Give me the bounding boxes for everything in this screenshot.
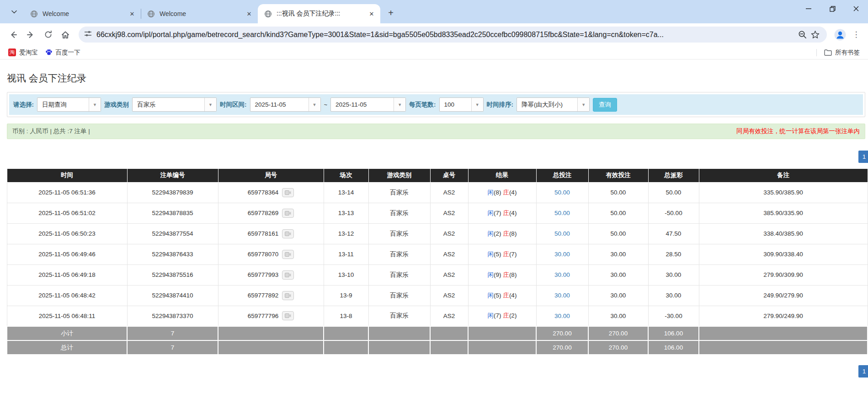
result-player: 闲 xyxy=(488,210,494,216)
cell-valid-bet: 30.00 xyxy=(588,285,648,306)
cell-payout: -30.00 xyxy=(648,306,699,326)
tab-title: Welcome xyxy=(43,10,123,17)
address-bar[interactable]: 66cxkj98.com/ipl/portal.php/game/betreco… xyxy=(79,27,827,43)
cell-round-id: 659777993 xyxy=(218,264,324,285)
cell-result: 闲(9) 庄(8) xyxy=(468,264,536,285)
total-total-bet: 270.00 xyxy=(536,340,588,355)
cell-total-bet: 50.00 xyxy=(536,203,588,223)
result-banker: 庄 xyxy=(503,312,509,319)
query-button[interactable]: 查询 xyxy=(593,98,617,112)
cell-round-id: 659778364 xyxy=(218,182,324,203)
cell-session: 13-10 xyxy=(324,264,368,285)
home-icon[interactable] xyxy=(58,27,73,43)
video-replay-icon[interactable] xyxy=(282,209,294,218)
page-number-button[interactable]: 1 xyxy=(858,151,868,163)
cell-result: 闲(5) 庄(4) xyxy=(468,285,536,306)
tab-close-icon[interactable]: ✕ xyxy=(128,10,136,18)
bookmark-baidu[interactable]: 百度一下 xyxy=(42,47,84,58)
back-icon[interactable] xyxy=(5,27,21,43)
cell-time: 2025-11-05 06:50:23 xyxy=(7,223,127,244)
tab-title: Welcome xyxy=(160,10,240,17)
zoom-out-icon[interactable] xyxy=(796,28,809,41)
total-bet-link[interactable]: 30.00 xyxy=(554,292,570,299)
total-payout: 106.00 xyxy=(648,340,699,355)
result-banker: 庄 xyxy=(503,292,509,299)
tab-close-icon[interactable]: ✕ xyxy=(245,10,253,18)
cell-payout: 30.00 xyxy=(648,264,699,285)
cell-valid-bet: 30.00 xyxy=(588,244,648,264)
total-bet-link[interactable]: 30.00 xyxy=(554,251,570,258)
video-replay-icon[interactable] xyxy=(282,188,294,197)
video-replay-icon[interactable] xyxy=(282,250,294,259)
window-minimize-button[interactable] xyxy=(797,0,820,17)
total-bet-link[interactable]: 30.00 xyxy=(554,313,570,319)
cell-total-bet: 30.00 xyxy=(536,244,588,264)
subtotal-total-bet: 270.00 xyxy=(536,326,588,340)
pagination-top: 1 xyxy=(0,151,868,163)
total-bet-link[interactable]: 30.00 xyxy=(554,271,570,278)
video-replay-icon[interactable] xyxy=(282,229,294,238)
bet-records-table: 时间 注单编号 局号 场次 游戏类别 桌号 结果 总投注 有效投注 总派彩 备注… xyxy=(6,169,868,355)
cell-game-type: 百家乐 xyxy=(368,264,430,285)
browser-toolbar: 66cxkj98.com/ipl/portal.php/game/betreco… xyxy=(0,23,868,46)
cell-round-id: 659777892 xyxy=(218,285,324,306)
video-replay-icon[interactable] xyxy=(282,291,294,300)
result-banker: 庄 xyxy=(503,210,509,216)
result-player: 闲 xyxy=(488,292,494,299)
date-from-select[interactable]: 2025-11-05 ▼ xyxy=(250,97,321,112)
subtotal-valid-bet: 270.00 xyxy=(588,326,648,340)
col-session: 场次 xyxy=(324,169,368,182)
page-size-select[interactable]: 100 ▼ xyxy=(439,97,484,112)
tab-welcome-2[interactable]: Welcome ✕ xyxy=(141,4,258,23)
video-replay-icon[interactable] xyxy=(282,270,294,280)
total-bet-link[interactable]: 50.00 xyxy=(554,210,570,216)
result-player: 闲 xyxy=(488,271,494,278)
cell-table-no: AS2 xyxy=(430,264,468,285)
video-replay-icon[interactable] xyxy=(282,311,294,320)
date-to-select[interactable]: 2025-11-05 ▼ xyxy=(330,97,406,112)
tab-bet-record-active[interactable]: :::视讯 会员下注纪录::: ✕ xyxy=(258,4,380,23)
time-sort-select[interactable]: 降幂(由大到小) ▼ xyxy=(517,97,590,112)
total-label: 总计 xyxy=(7,340,127,355)
tab-welcome-1[interactable]: Welcome ✕ xyxy=(24,4,141,23)
forward-icon[interactable] xyxy=(23,27,38,43)
cell-round-id: 659778269 xyxy=(218,203,324,223)
window-restore-button[interactable] xyxy=(820,0,844,17)
bookmark-star-icon[interactable] xyxy=(809,28,821,41)
cell-bet-id: 522943879839 xyxy=(127,182,218,203)
cell-game-type: 百家乐 xyxy=(368,285,430,306)
cell-time: 2025-11-05 06:48:42 xyxy=(7,285,127,306)
total-count: 7 xyxy=(127,340,218,355)
page-number-button[interactable]: 1 xyxy=(858,365,868,378)
cell-remark: 249.90/279.90 xyxy=(699,285,868,306)
total-bet-link[interactable]: 50.00 xyxy=(554,230,570,237)
url-text[interactable]: 66cxkj98.com/ipl/portal.php/game/betreco… xyxy=(96,31,796,39)
result-player: 闲 xyxy=(488,189,494,196)
tab-close-icon[interactable]: ✕ xyxy=(367,10,376,18)
new-tab-button[interactable]: + xyxy=(384,6,398,20)
reload-icon[interactable] xyxy=(40,27,56,43)
bookmark-taobao[interactable]: 淘 爱淘宝 xyxy=(5,47,42,58)
table-header-row: 时间 注单编号 局号 场次 游戏类别 桌号 结果 总投注 有效投注 总派彩 备注 xyxy=(7,169,868,182)
cell-bet-id: 522943877554 xyxy=(127,223,218,244)
window-close-button[interactable] xyxy=(844,0,868,17)
profile-avatar[interactable] xyxy=(832,27,848,43)
total-bet-link[interactable]: 50.00 xyxy=(554,189,570,196)
col-game-type: 游戏类别 xyxy=(368,169,430,182)
all-bookmarks-button[interactable]: 所有书签 xyxy=(820,47,863,58)
browser-menu-icon[interactable]: ⋮ xyxy=(850,27,863,43)
subtotal-payout: 106.00 xyxy=(648,326,699,340)
cell-time: 2025-11-05 06:48:11 xyxy=(7,306,127,326)
query-type-select[interactable]: 日期查询 ▼ xyxy=(37,97,101,112)
cell-table-no: AS2 xyxy=(430,223,468,244)
game-type-select[interactable]: 百家乐 ▼ xyxy=(132,97,217,112)
cell-remark: 385.90/335.90 xyxy=(699,203,868,223)
bookmark-label: 爱淘宝 xyxy=(19,49,38,57)
site-settings-icon[interactable] xyxy=(84,30,92,39)
cell-bet-id: 522943874410 xyxy=(127,285,218,306)
cell-session: 13-11 xyxy=(324,244,368,264)
tab-search-chevron-icon[interactable] xyxy=(6,4,22,20)
bookmark-label: 百度一下 xyxy=(56,49,80,57)
cell-remark: 279.90/249.90 xyxy=(699,306,868,326)
chevron-down-icon: ▼ xyxy=(577,98,589,111)
